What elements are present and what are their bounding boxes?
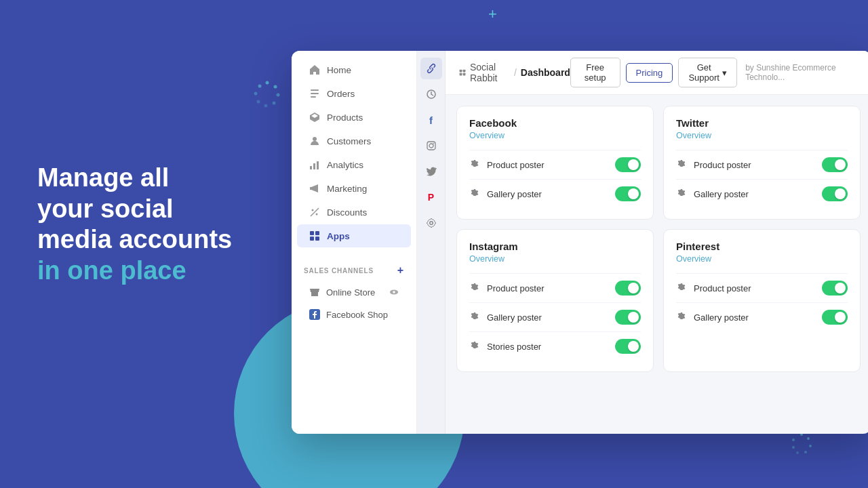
sidebar-item-apps[interactable]: Apps: [297, 224, 411, 247]
sidebar-item-analytics[interactable]: Analytics: [297, 153, 411, 176]
twitter-gallery-poster-toggle[interactable]: [822, 186, 848, 201]
svg-point-2: [277, 94, 280, 97]
icon-strip: f P: [417, 51, 446, 434]
svg-point-11: [804, 451, 807, 453]
svg-rect-15: [311, 89, 319, 91]
sidebar-item-online-store[interactable]: Online Store: [297, 281, 411, 303]
instagram-overview-link[interactable]: Overview: [469, 254, 641, 264]
marketing-icon: [309, 183, 320, 194]
sidebar: Home Orders Products Customers: [292, 51, 417, 434]
link-strip-icon[interactable]: [420, 58, 442, 79]
sidebar-item-home[interactable]: Home: [297, 58, 411, 81]
sidebar-item-orders[interactable]: Orders: [297, 82, 411, 105]
dots-circle-top: [254, 80, 281, 107]
pinterest-product-poster-toggle[interactable]: [822, 281, 848, 296]
svg-rect-25: [315, 231, 319, 235]
svg-point-4: [264, 104, 268, 108]
facebook-card: Facebook Overview Product poster Gallery…: [456, 106, 654, 220]
instagram-gallery-poster-toggle[interactable]: [615, 310, 641, 325]
pinterest-overview-link[interactable]: Overview: [676, 254, 848, 264]
discounts-icon: [309, 207, 320, 218]
facebook-gallery-poster-row: Gallery poster: [469, 179, 641, 208]
gear-icon: [676, 312, 687, 323]
instagram-product-poster-row: Product poster: [469, 273, 641, 302]
sidebar-item-marketing[interactable]: Marketing: [297, 177, 411, 200]
svg-rect-35: [460, 70, 462, 73]
instagram-product-poster-toggle[interactable]: [615, 281, 641, 296]
instagram-strip-icon[interactable]: [420, 135, 442, 157]
cards-area: Facebook Overview Product poster Gallery…: [446, 95, 868, 434]
pinterest-card: Pinterest Overview Product poster Galler…: [663, 229, 861, 372]
svg-point-29: [393, 291, 395, 293]
add-sales-channel-button[interactable]: +: [397, 264, 404, 277]
pinterest-product-poster-row: Product poster: [676, 273, 848, 302]
svg-point-7: [258, 85, 262, 88]
twitter-overview-link[interactable]: Overview: [676, 131, 848, 140]
analytics-icon: [309, 159, 320, 170]
facebook-shop-icon: [309, 309, 320, 320]
svg-point-3: [273, 102, 276, 105]
svg-point-22: [312, 209, 314, 211]
svg-rect-38: [463, 73, 466, 76]
instagram-stories-poster-toggle[interactable]: [615, 339, 641, 354]
sidebar-item-products[interactable]: Products: [297, 106, 411, 129]
twitter-product-poster-toggle[interactable]: [822, 157, 848, 172]
hero-highlight: in one place: [37, 256, 186, 285]
settings-strip-icon[interactable]: [420, 212, 442, 234]
get-support-button[interactable]: Get Support ▾: [678, 58, 737, 87]
svg-rect-20: [313, 163, 315, 169]
clock-strip-icon[interactable]: [420, 83, 442, 105]
svg-point-14: [792, 439, 795, 441]
svg-rect-19: [310, 166, 312, 169]
hero-line1: Manage all: [37, 163, 169, 192]
gear-icon: [676, 283, 687, 293]
twitter-card: Twitter Overview Product poster Gallery …: [663, 106, 861, 220]
svg-point-23: [316, 214, 318, 216]
plus-decoration: +: [488, 5, 497, 23]
products-icon: [309, 112, 320, 123]
app-header: Social Rabbit / Dashboard Free setup Pri…: [446, 51, 868, 95]
pinterest-strip-icon[interactable]: P: [420, 186, 442, 208]
svg-point-0: [266, 81, 269, 85]
sidebar-nav: Home Orders Products Customers: [292, 51, 416, 255]
sidebar-item-customers[interactable]: Customers: [297, 129, 411, 152]
gear-icon: [469, 159, 480, 170]
pinterest-gallery-poster-toggle[interactable]: [822, 310, 848, 325]
svg-point-34: [433, 143, 434, 144]
facebook-overview-link[interactable]: Overview: [469, 131, 641, 140]
facebook-gallery-poster-toggle[interactable]: [615, 186, 641, 201]
twitter-strip-icon[interactable]: [420, 161, 442, 182]
svg-point-1: [274, 85, 277, 89]
svg-rect-24: [310, 231, 314, 235]
sidebar-item-discounts[interactable]: Discounts: [297, 201, 411, 224]
sales-channels-header: SALES CHANNELS +: [292, 255, 416, 281]
svg-rect-17: [311, 96, 316, 98]
app-breadcrumb-icon: [459, 68, 466, 77]
sidebar-item-facebook-shop[interactable]: Facebook Shop: [297, 304, 411, 325]
twitter-product-poster-row: Product poster: [676, 150, 848, 179]
instagram-gallery-poster-row: Gallery poster: [469, 302, 641, 331]
store-icon: [309, 287, 320, 298]
facebook-product-poster-toggle[interactable]: [615, 157, 641, 172]
twitter-gallery-poster-row: Gallery poster: [676, 179, 848, 208]
svg-point-18: [313, 137, 317, 141]
dots-circle-br: [791, 432, 812, 454]
hero-line3: media accounts: [37, 225, 232, 253]
gear-icon: [469, 188, 480, 199]
eye-icon: [389, 287, 399, 297]
facebook-strip-icon[interactable]: f: [420, 109, 442, 131]
svg-rect-21: [317, 161, 319, 169]
home-icon: [309, 64, 320, 75]
svg-point-12: [796, 451, 799, 454]
svg-point-5: [257, 100, 260, 104]
app-window: Home Orders Products Customers: [292, 51, 868, 434]
svg-rect-37: [460, 73, 462, 76]
apps-icon: [309, 230, 320, 241]
svg-rect-16: [311, 93, 319, 94]
header-buttons: Free setup Pricing Get Support ▾: [570, 58, 737, 87]
instagram-stories-poster-row: Stories poster: [469, 331, 641, 361]
free-setup-button[interactable]: Free setup: [570, 58, 620, 87]
gear-icon: [676, 188, 687, 199]
pricing-button[interactable]: Pricing: [626, 63, 673, 83]
svg-point-13: [792, 446, 795, 449]
